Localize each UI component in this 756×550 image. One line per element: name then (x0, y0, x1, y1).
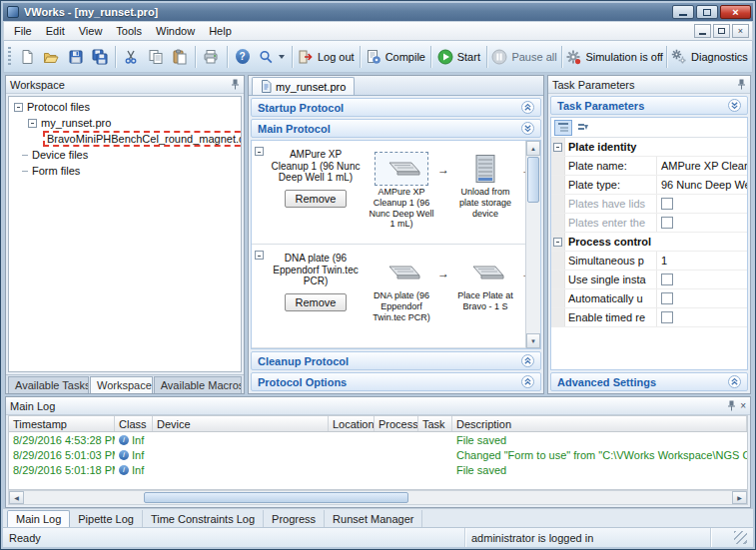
tab-pipette-log[interactable]: Pipette Log (70, 510, 143, 527)
menu-window[interactable]: Window (149, 23, 202, 39)
startup-protocol-header[interactable]: Startup Protocol (251, 98, 541, 117)
checkbox[interactable] (661, 274, 673, 285)
mdi-minimize-button[interactable] (694, 24, 711, 38)
menu-edit[interactable]: Edit (39, 23, 72, 39)
minimize-button[interactable] (672, 5, 694, 19)
column-timestamp[interactable]: Timestamp (9, 416, 115, 431)
tab-time-constraints-log[interactable]: Time Constraints Log (143, 510, 264, 527)
param-row-enable-timed[interactable]: Enable timed re (551, 308, 747, 327)
main-protocol-header[interactable]: Main Protocol (251, 119, 541, 138)
scroll-left-button[interactable]: ◀ (9, 491, 24, 504)
cut-button[interactable] (119, 45, 143, 69)
diagnostics-button[interactable]: Diagnostics (670, 45, 749, 69)
expand-chevron-icon[interactable] (521, 101, 534, 114)
scroll-right-button[interactable]: ▶ (732, 491, 747, 504)
collapse-minus-icon[interactable] (255, 147, 264, 156)
simulation-button[interactable]: Simulation is off (565, 45, 663, 69)
column-process[interactable]: Process (375, 416, 418, 431)
tree-item-my-runset[interactable]: my_runset.pro (9, 115, 241, 131)
tab-available-tasks[interactable]: Available Tasks (8, 376, 89, 393)
save-button[interactable] (63, 45, 87, 69)
param-value[interactable]: AMPure XP Clean (657, 157, 747, 175)
column-class[interactable]: Class (115, 416, 153, 431)
close-button[interactable]: × (720, 5, 751, 19)
tree-item-form-files[interactable]: Form files (9, 163, 241, 179)
help-button[interactable]: ? (231, 45, 255, 69)
scrollbar-thumb[interactable] (144, 492, 408, 503)
param-row-automatically[interactable]: Automatically u (551, 289, 747, 308)
column-device[interactable]: Device (153, 416, 329, 431)
compile-button[interactable]: Compile (364, 45, 427, 69)
categorized-view-button[interactable] (554, 120, 572, 136)
tab-main-log[interactable]: Main Log (7, 510, 70, 527)
toolbar-grip[interactable] (8, 47, 11, 67)
param-row-plates-enter[interactable]: Plates enter the (551, 214, 747, 233)
menu-view[interactable]: View (72, 23, 110, 39)
pin-icon[interactable] (737, 79, 746, 90)
log-out-button[interactable]: Log out (296, 45, 357, 69)
maximize-button[interactable] (696, 5, 718, 19)
vertical-scrollbar[interactable]: ▲ ▼ (525, 141, 540, 348)
tab-progress[interactable]: Progress (264, 510, 325, 527)
paste-button[interactable] (168, 45, 192, 69)
param-row-use-single[interactable]: Use single insta (551, 271, 747, 289)
expand-chevron-icon[interactable] (521, 354, 534, 367)
task-parameters-header[interactable]: Task Parameters (550, 96, 748, 115)
copy-button[interactable] (144, 45, 168, 69)
pin-icon[interactable] (231, 79, 240, 90)
mdi-restore-button[interactable] (713, 24, 730, 38)
collapse-minus-icon[interactable] (14, 103, 23, 112)
scroll-down-button[interactable]: ▼ (526, 333, 540, 348)
open-button[interactable] (39, 45, 63, 69)
collapse-minus-icon[interactable] (553, 143, 562, 152)
tab-available-macros[interactable]: Available Macros (154, 376, 242, 393)
param-row-plate-type[interactable]: Plate type: 96 Nunc Deep Wel (551, 176, 747, 195)
menu-file[interactable]: File (7, 23, 39, 39)
collapse-chevron-icon[interactable] (728, 99, 741, 112)
tab-workspace[interactable]: Workspace (90, 376, 153, 393)
param-row-plates-have-lids[interactable]: Plates have lids (551, 195, 747, 214)
expand-chevron-icon[interactable] (728, 375, 741, 388)
param-section-plate-identity[interactable]: Plate identity (551, 138, 747, 157)
save-all-button[interactable] (88, 45, 112, 69)
column-location[interactable]: Location (329, 416, 375, 431)
menu-help[interactable]: Help (202, 23, 239, 39)
checkbox[interactable] (661, 292, 673, 304)
collapse-minus-icon[interactable] (255, 251, 264, 260)
new-button[interactable] (15, 45, 39, 69)
protocol-options-header[interactable]: Protocol Options (251, 372, 541, 391)
param-value[interactable]: 96 Nunc Deep Wel (657, 176, 747, 194)
scrollbar-thumb[interactable] (527, 157, 539, 203)
step-place-plate[interactable]: Place Plate at Bravo - 1 S (451, 257, 519, 312)
close-icon[interactable]: × (740, 401, 746, 411)
log-row[interactable]: 8/29/2016 5:01:18 PM iInf File saved (9, 462, 747, 477)
menu-tools[interactable]: Tools (109, 23, 149, 39)
resize-grip-icon[interactable] (734, 531, 747, 544)
param-value[interactable]: 1 (657, 252, 747, 270)
mdi-close-button[interactable]: × (732, 24, 749, 38)
checkbox[interactable] (661, 217, 673, 229)
expand-chevron-icon[interactable] (521, 375, 534, 388)
checkbox[interactable] (661, 198, 673, 210)
tree-item-protocol-files[interactable]: Protocol files (9, 99, 241, 115)
step-ampure-cleanup[interactable]: AMPure XP Cleanup 1 (96 Nunc Deep Well 1… (368, 153, 435, 230)
param-section-process-control[interactable]: Process control (551, 233, 747, 252)
tree-item-device-files[interactable]: Device files (9, 147, 241, 163)
scroll-up-button[interactable]: ▲ (526, 141, 540, 156)
start-button[interactable]: Start (434, 45, 483, 69)
log-row[interactable]: 8/29/2016 4:53:28 PM iInf File saved (9, 432, 747, 447)
param-row-plate-name[interactable]: Plate name: AMPure XP Clean (551, 157, 747, 176)
collapse-minus-icon[interactable] (553, 238, 562, 247)
tab-runset-manager[interactable]: Runset Manager (325, 510, 422, 527)
remove-button[interactable]: Remove (285, 190, 347, 208)
cleanup-protocol-header[interactable]: Cleanup Protocol (251, 351, 541, 370)
collapse-minus-icon[interactable] (28, 119, 37, 128)
search-button[interactable] (255, 45, 289, 69)
pin-icon[interactable] (727, 400, 736, 411)
log-row[interactable]: 8/29/2016 5:01:03 PM iInf Changed "Form … (9, 447, 747, 462)
collapse-chevron-icon[interactable] (521, 122, 534, 135)
param-row-simultaneous[interactable]: Simultaneous p 1 (551, 252, 747, 271)
pause-all-button[interactable]: Pause all (490, 45, 559, 69)
print-button[interactable] (199, 45, 223, 69)
checkbox[interactable] (661, 311, 673, 323)
